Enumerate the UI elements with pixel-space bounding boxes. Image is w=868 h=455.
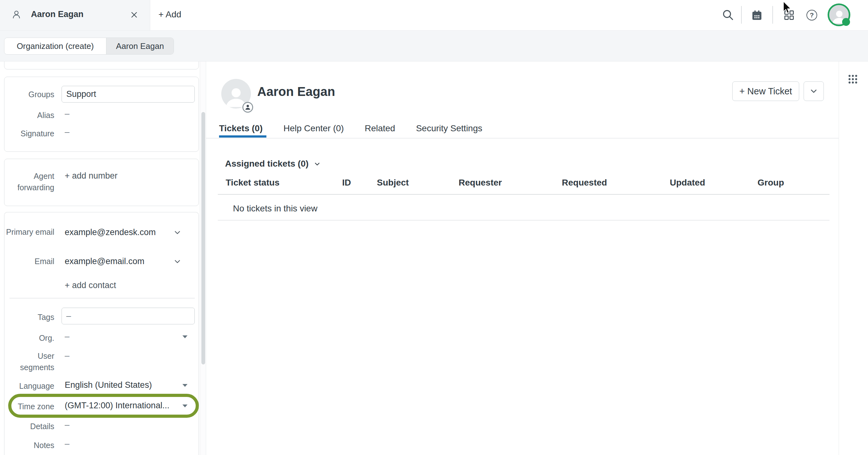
tab-related[interactable]: Related xyxy=(365,123,395,133)
details-value[interactable]: – xyxy=(65,420,69,430)
alias-label: Alias xyxy=(4,109,54,121)
add-tab-label: + Add xyxy=(158,9,181,19)
sidebar-card-partial xyxy=(4,62,199,69)
add-tab-button[interactable]: + Add xyxy=(155,9,184,20)
email-label: Email xyxy=(4,256,54,267)
grid-apps-icon[interactable] xyxy=(783,9,795,21)
org-label: Org. xyxy=(4,332,54,344)
col-group: Group xyxy=(757,177,784,188)
col-requester: Requester xyxy=(459,177,502,188)
primary-email-chevron-icon[interactable] xyxy=(173,228,182,237)
col-updated: Updated xyxy=(670,177,705,188)
new-ticket-dropdown-button[interactable] xyxy=(804,82,824,101)
sidebar-scrollbar-track[interactable] xyxy=(200,62,206,455)
tags-label: Tags xyxy=(4,312,54,323)
profile-tabs: Tickets (0) Help Center (0) Related Secu… xyxy=(219,123,482,133)
user-segments-value[interactable]: – xyxy=(65,351,69,361)
tags-value: – xyxy=(66,311,71,321)
tags-input[interactable]: – xyxy=(62,307,195,324)
search-icon[interactable] xyxy=(721,8,735,22)
language-select-arrow-icon[interactable] xyxy=(182,384,187,387)
tab-security-settings[interactable]: Security Settings xyxy=(416,123,482,133)
zendesk-user-profile-page: Aaron Eagan + Add ? xyxy=(0,0,868,455)
segment-organization-label: Organization (create) xyxy=(17,41,94,51)
notes-value[interactable]: – xyxy=(65,439,69,449)
time-zone-select-arrow-icon[interactable] xyxy=(182,404,187,408)
col-id: ID xyxy=(342,177,351,188)
col-ticket-status: Ticket status xyxy=(226,177,280,188)
new-ticket-button[interactable]: + New Ticket xyxy=(732,82,799,101)
context-toolbar: Organization (create) Aaron Eagan xyxy=(0,31,868,62)
user-tab-title: Aaron Eagan xyxy=(31,9,84,19)
user-type-badge[interactable] xyxy=(242,102,253,112)
table-bottom-border xyxy=(218,220,830,221)
context-segmented-control: Organization (create) Aaron Eagan xyxy=(4,37,174,55)
user-details-sidebar: Groups Support Alias – Signature – Agent… xyxy=(0,62,200,455)
help-icon[interactable]: ? xyxy=(806,10,817,21)
user-main-panel: Aaron Eagan + New Ticket Tickets (0) Hel… xyxy=(206,62,839,455)
time-zone-label: Time zone xyxy=(4,401,54,412)
org-select-arrow-icon[interactable] xyxy=(182,335,187,338)
calendar-icon[interactable] xyxy=(751,9,763,21)
topbar-separator xyxy=(741,6,742,24)
col-subject: Subject xyxy=(377,177,409,188)
agent-forwarding-label: Agent forwarding xyxy=(4,170,54,193)
alias-value[interactable]: – xyxy=(65,109,69,119)
table-header-border xyxy=(218,194,830,195)
language-value[interactable]: English (United States) xyxy=(65,380,152,390)
contact-card-divider xyxy=(9,298,195,298)
add-contact-link[interactable]: + add contact xyxy=(65,281,116,290)
apps-gutter xyxy=(839,62,868,455)
tabs-bottom-border xyxy=(206,138,839,138)
apps-panel-toggle-icon[interactable] xyxy=(847,73,859,85)
tab-help-center[interactable]: Help Center (0) xyxy=(283,123,344,133)
primary-email-value[interactable]: example@zendesk.com xyxy=(65,228,156,237)
segment-organization-create[interactable]: Organization (create) xyxy=(4,38,106,54)
presence-online-dot xyxy=(842,18,850,26)
primary-email-label: Primary email xyxy=(4,226,54,237)
details-label: Details xyxy=(4,421,54,432)
user-tab[interactable]: Aaron Eagan xyxy=(0,0,150,30)
person-icon xyxy=(11,9,22,20)
col-requested: Requested xyxy=(562,177,607,188)
language-label: Language xyxy=(4,380,54,392)
groups-input[interactable]: Support xyxy=(62,86,195,102)
new-ticket-label: + New Ticket xyxy=(740,86,792,97)
tab-tickets[interactable]: Tickets (0) xyxy=(219,123,262,133)
notes-label: Notes xyxy=(4,440,54,451)
time-zone-value[interactable]: (GMT-12:00) International... xyxy=(65,401,169,411)
groups-value: Support xyxy=(66,89,96,99)
chevron-down-icon xyxy=(809,87,818,96)
active-tab-underline xyxy=(219,135,267,137)
page-title-user-name: Aaron Eagan xyxy=(257,85,335,99)
sidebar-scrollbar-thumb[interactable] xyxy=(202,112,205,364)
org-value[interactable]: – xyxy=(65,332,69,342)
email-value[interactable]: example@email.com xyxy=(65,257,145,266)
segment-user-aaron-eagan[interactable]: Aaron Eagan xyxy=(106,38,174,54)
badge-person-icon xyxy=(243,103,252,112)
top-bar: Aaron Eagan + Add ? xyxy=(0,0,868,31)
email-chevron-icon[interactable] xyxy=(173,257,182,266)
empty-state-message: No tickets in this view xyxy=(233,203,317,214)
section-chevron-down-icon xyxy=(313,160,321,168)
segment-user-label: Aaron Eagan xyxy=(116,41,164,51)
user-segments-label: User segments xyxy=(4,350,54,373)
close-icon[interactable] xyxy=(129,10,139,20)
topbar-separator xyxy=(772,6,773,24)
signature-label: Signature xyxy=(4,128,54,139)
add-number-link[interactable]: + add number xyxy=(65,171,117,181)
signature-value[interactable]: – xyxy=(65,127,69,137)
help-glyph: ? xyxy=(807,10,816,20)
groups-label: Groups xyxy=(4,89,54,100)
assigned-tickets-heading[interactable]: Assigned tickets (0) xyxy=(225,159,321,169)
